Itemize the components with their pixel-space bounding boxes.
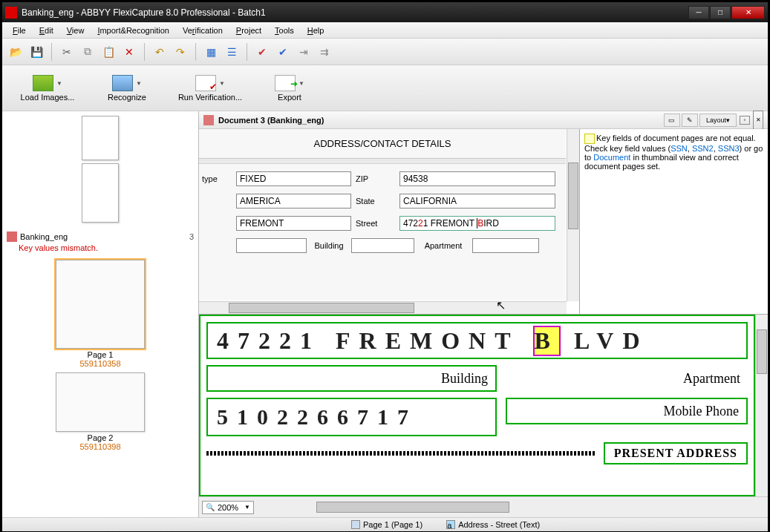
status-page: Page 1 (Page 1) [344,520,430,529]
input-street[interactable]: 47221 FREMONT BIRD [399,216,555,231]
export-doc-icon[interactable]: ⇥ [295,43,313,61]
toolbar-small: 📂 💾 ✂ ⧉ 📋 ✕ ↶ ↷ ▦ ☰ ✔ ✔ ⇥ ⇉ [2,39,768,65]
run-verification-icon: ✔ [195,75,216,91]
layout-button[interactable]: Layout ▾ [699,114,737,127]
image-highlight-char: B [535,327,559,355]
load-images-button[interactable]: ▼ Load Images... [7,68,88,109]
redo-icon[interactable]: ↷ [172,43,189,61]
thumb-page-1-sub: 559110358 [5,359,195,368]
label-zip: ZIP [351,174,399,183]
document-title: Document 3 (Banking_eng) [218,116,662,125]
tool-region-button[interactable]: ▭ [664,114,680,127]
label-state: State [351,197,399,206]
undo-icon[interactable]: ↶ [151,43,169,61]
image-viewer[interactable]: 47221 FREMONT B LVD Building Apartment 5… [199,315,755,496]
input-building[interactable] [351,238,414,253]
input-state[interactable] [399,194,555,208]
menu-import-recognition[interactable]: Import&Recognition [91,24,175,37]
run-verification-button[interactable]: ✔▼ Run Verification... [166,68,255,109]
form-panel: ADDRESS/CONTACT DETAILS type ZIP State [199,129,579,314]
form-scrollbar-v[interactable] [567,129,579,301]
document-icon [7,231,17,242]
recognize-button[interactable]: ▼ Recognize [90,68,164,109]
form-scrollbar-h[interactable] [199,301,567,314]
image-building-cell: Building [206,365,497,392]
doc-error: Key values mismatch. [19,243,195,252]
input-apartment[interactable] [472,238,539,253]
statusbar: Page 1 (Page 1) a Address - Street (Text… [2,517,768,531]
form-section-title: ADDRESS/CONTACT DETAILS [199,129,566,158]
check-blue-icon[interactable]: ✔ [274,43,292,61]
link-ssn2[interactable]: SSN2 [692,144,714,153]
image-phone-row: 5102266717 [206,398,497,436]
input-city[interactable] [236,216,351,231]
image-scrollbar-h[interactable] [257,501,768,513]
thumb-small-2[interactable] [82,163,119,223]
page-icon [351,520,360,529]
zoom-selector[interactable]: 🔍 200% ▼ [202,501,254,514]
doc-name: Banking_eng [20,232,189,241]
close-button[interactable]: ✕ [731,6,765,19]
menubar: File Edit View Import&Recognition Verifi… [2,22,768,39]
load-images-label: Load Images... [21,93,75,102]
link-document[interactable]: Document [593,153,630,162]
image-mobile-label: Mobile Phone [506,398,748,424]
image-scrollbar-v[interactable] [755,315,768,496]
zoom-icon: 🔍 [206,503,215,511]
label-street: Street [351,219,399,228]
view-thumb-icon[interactable]: ▦ [202,43,220,61]
document-titlebar: Document 3 (Banking_eng) ▭ ✎ Layout ▾ ▫ … [199,111,768,129]
label-building: Building [307,241,351,250]
input-type[interactable] [236,171,351,186]
menu-tools[interactable]: Tools [269,24,300,37]
thumb-small-1[interactable] [82,116,119,160]
maximize-button[interactable]: □ [710,6,731,19]
image-present-address: PRESENT ADDRESS [604,442,748,464]
input-country[interactable] [236,194,351,208]
cut-icon[interactable]: ✂ [58,43,76,61]
recognize-label: Recognize [108,93,146,102]
link-ssn3[interactable]: SSN3 [718,144,740,153]
menu-help[interactable]: Help [301,24,330,37]
tool-edit-button[interactable]: ✎ [682,114,698,127]
image-divider-line [206,451,596,456]
input-building-left[interactable] [236,238,307,253]
view-list-icon[interactable]: ☰ [223,43,241,61]
export-label: Export [278,93,301,102]
menu-project[interactable]: Project [230,24,267,37]
label-type: type [199,174,236,183]
thumb-page-2-label: Page 2 [5,433,195,442]
input-zip[interactable] [399,171,555,186]
export-all-icon[interactable]: ⇉ [316,43,333,61]
minimize-button[interactable]: ─ [688,6,709,19]
image-street-row: 47221 FREMONT B LVD [206,322,748,359]
titlebar: Banking_eng - ABBYY FlexiCapture 8.0 Pro… [2,2,768,22]
open-icon[interactable]: 📂 [7,43,25,61]
check-red-icon[interactable]: ✔ [253,43,271,61]
link-ssn[interactable]: SSN [671,144,688,153]
save-icon[interactable]: 💾 [27,43,45,61]
window-title: Banking_eng - ABBYY FlexiCapture 8.0 Pro… [22,7,688,18]
menu-edit[interactable]: Edit [33,24,59,37]
toolbar-big: ▼ Load Images... ▼ Recognize ✔▼ Run Veri… [2,65,768,111]
thumb-page-2-sub: 559110398 [5,442,195,451]
thumb-page-1[interactable] [56,260,145,349]
delete-icon[interactable]: ✕ [120,43,138,61]
doc-header[interactable]: Banking_eng 3 [5,230,195,243]
form-divider [199,158,566,164]
copy-icon[interactable]: ⧉ [79,43,97,61]
menu-verification[interactable]: Verification [177,24,229,37]
export-icon: ➜ [275,75,296,91]
zoom-value: 200% [218,503,238,512]
export-button[interactable]: ➜▼ Export [256,68,323,109]
menu-view[interactable]: View [61,24,91,37]
doc-count: 3 [189,232,194,241]
panel-minimize-button[interactable]: ▫ [740,116,750,125]
panel-close-button[interactable]: ✕ [753,111,763,130]
paste-icon[interactable]: 📋 [99,43,117,61]
image-apartment-cell: Apartment [506,365,748,392]
msg-text: Key fields of document pages are not equ… [584,134,763,171]
menu-file[interactable]: File [7,24,32,37]
thumb-page-2[interactable] [56,372,145,432]
app-icon [5,7,17,19]
